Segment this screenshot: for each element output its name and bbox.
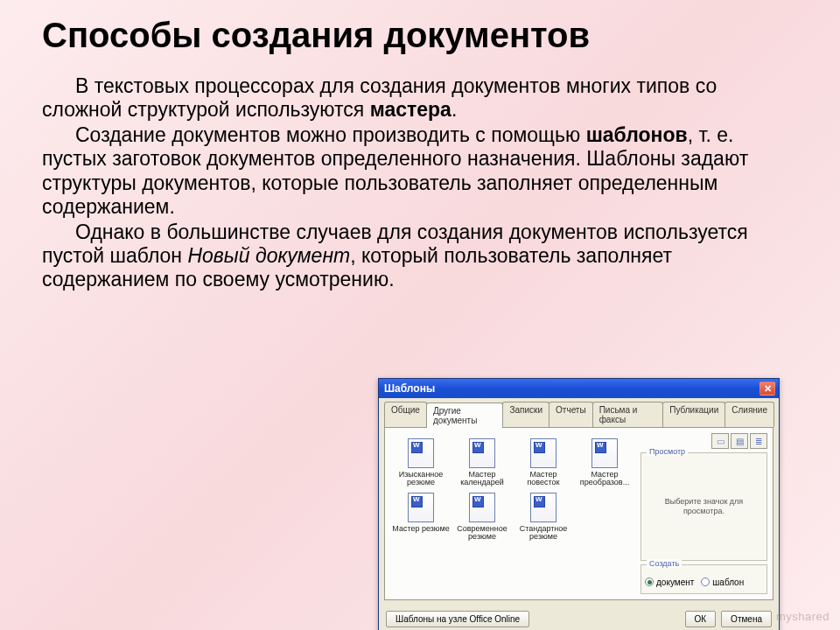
- tab-memos[interactable]: Записки: [502, 402, 550, 427]
- templates-dialog: Шаблоны ✕ Общие Другие документы Записки…: [378, 378, 780, 630]
- radio-template-label: шаблон: [712, 578, 744, 587]
- template-label: Мастер повесток: [514, 471, 572, 487]
- radio-template[interactable]: шаблон: [701, 578, 744, 587]
- p2-bold: шаблонов: [586, 123, 688, 146]
- paragraph-1: В текстовых процессорах для создания док…: [42, 74, 798, 122]
- view-list-button[interactable]: ▤: [731, 433, 748, 449]
- tab-other-documents[interactable]: Другие документы: [426, 402, 504, 428]
- cancel-button[interactable]: Отмена: [721, 611, 772, 627]
- office-online-templates-button[interactable]: Шаблоны на узле Office Online: [386, 611, 529, 627]
- word-document-icon: [469, 438, 495, 468]
- dialog-titlebar: Шаблоны ✕: [379, 379, 779, 398]
- radio-document-label: документ: [656, 578, 694, 587]
- dialog-footer: Шаблоны на узле Office Online ОК Отмена: [379, 606, 779, 630]
- word-document-icon: [408, 493, 434, 522]
- side-panel: ▭ ▤ ≣ Просмотр Выберите значок для просм…: [640, 433, 767, 594]
- details-icon: ≣: [755, 437, 762, 446]
- template-label: Мастер резюме: [392, 525, 449, 533]
- paragraph-3: Однако в большинстве случаев для создани…: [42, 220, 798, 291]
- create-group-label: Создать: [647, 559, 682, 568]
- view-large-icons-button[interactable]: ▭: [711, 433, 729, 449]
- template-grid: Изысканное резюме Мастер календарей Маст…: [390, 433, 635, 547]
- word-document-icon: [592, 438, 618, 468]
- tab-letters-faxes[interactable]: Письма и факсы: [592, 402, 664, 427]
- template-item[interactable]: Мастер преобразов...: [576, 438, 634, 487]
- template-item[interactable]: Изысканное резюме: [392, 438, 450, 487]
- word-document-icon: [530, 493, 556, 522]
- list-icon: ▤: [736, 437, 744, 446]
- dialog-title: Шаблоны: [384, 382, 435, 395]
- template-label: Мастер календарей: [453, 471, 511, 487]
- template-item[interactable]: Мастер календарей: [453, 438, 511, 487]
- tab-general[interactable]: Общие: [384, 402, 427, 427]
- tab-publications[interactable]: Публикации: [662, 402, 725, 427]
- watermark: myshared: [776, 610, 830, 623]
- paragraph-2: Создание документов можно производить с …: [42, 123, 798, 219]
- close-icon: ✕: [764, 383, 772, 395]
- word-document-icon: [530, 438, 556, 468]
- close-button[interactable]: ✕: [760, 382, 775, 396]
- template-label: Мастер преобразов...: [576, 471, 634, 487]
- p3-italic: Новый документ: [187, 244, 350, 267]
- template-label: Стандартное резюме: [514, 525, 572, 542]
- template-item[interactable]: Современное резюме: [453, 493, 511, 542]
- view-details-button[interactable]: ≣: [750, 433, 767, 449]
- radio-dot-icon: [645, 578, 654, 586]
- body-text: В текстовых процессорах для создания док…: [0, 55, 840, 291]
- preview-group-label: Просмотр: [647, 447, 688, 456]
- word-document-icon: [408, 438, 434, 468]
- radio-dot-icon: [701, 578, 710, 586]
- preview-group: Просмотр Выберите значок для просмотра.: [640, 452, 767, 561]
- create-group: Создать документ шаблон: [640, 564, 767, 594]
- large-icons-icon: ▭: [717, 437, 724, 446]
- tab-strip: Общие Другие документы Записки Отчеты Пи…: [379, 398, 779, 427]
- template-item[interactable]: Мастер повесток: [514, 438, 572, 487]
- p1-c: .: [452, 98, 457, 121]
- p2-a: Создание документов можно производить с …: [75, 123, 586, 146]
- radio-document[interactable]: документ: [645, 578, 694, 587]
- template-item[interactable]: Стандартное резюме: [514, 493, 572, 542]
- template-item[interactable]: Мастер резюме: [392, 493, 450, 542]
- page-title: Способы создания документов: [0, 0, 840, 55]
- word-document-icon: [469, 493, 495, 522]
- p1-bold: мастера: [370, 98, 452, 121]
- template-list-area: Изысканное резюме Мастер календарей Маст…: [390, 433, 635, 594]
- dialog-body: Изысканное резюме Мастер календарей Маст…: [384, 427, 774, 600]
- template-label: Современное резюме: [453, 525, 511, 542]
- tab-reports[interactable]: Отчеты: [549, 402, 593, 427]
- template-label: Изысканное резюме: [392, 471, 450, 487]
- preview-placeholder-text: Выберите значок для просмотра.: [645, 497, 763, 516]
- ok-button[interactable]: ОК: [685, 611, 717, 627]
- tab-merge[interactable]: Слияние: [724, 402, 774, 427]
